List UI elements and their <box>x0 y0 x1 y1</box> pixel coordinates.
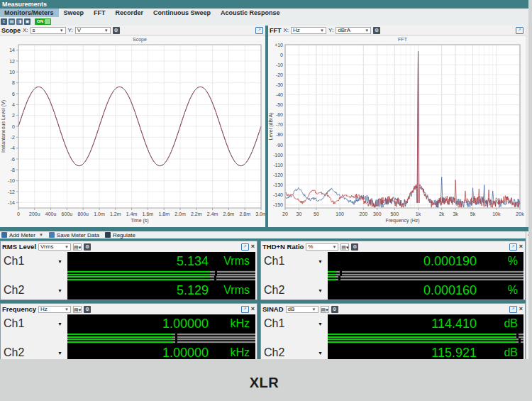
save-meter-data-icon <box>49 232 55 238</box>
on-toggle-label: ON <box>35 18 45 25</box>
meter-value: 114.410 <box>331 317 487 331</box>
svg-text:3k: 3k <box>453 212 458 216</box>
svg-text:3.0m: 3.0m <box>255 212 265 216</box>
meter-unit-dropdown[interactable]: Hz▼ <box>38 306 71 313</box>
chevron-down-icon: ▼ <box>318 288 323 293</box>
list-view-icon[interactable]: ≡ <box>1 18 7 25</box>
fft-y-label: Y: <box>328 27 333 33</box>
meters-scrollbar[interactable]: ▲ <box>526 231 528 359</box>
svg-text:1k: 1k <box>416 212 421 216</box>
fft-panel-header: FFT X: Hz▼ Y: dBrA▼ ⚙ ↗ <box>268 26 526 35</box>
meter-display: 0.000190% <box>328 252 523 270</box>
tab-recorder[interactable]: Recorder <box>111 9 149 17</box>
meter-value-unit: dB <box>487 346 518 359</box>
svg-text:-40: -40 <box>276 92 283 97</box>
meter-settings-gear-icon[interactable]: ⚙ <box>351 243 358 251</box>
svg-text:-8: -8 <box>11 167 15 172</box>
meter-display: 115.921dB <box>328 344 523 359</box>
scope-y-unit-dropdown[interactable]: V▼ <box>75 27 111 34</box>
svg-text:0: 0 <box>17 212 20 216</box>
svg-text:200u: 200u <box>29 212 40 216</box>
channel-selector[interactable]: Ch2▼ <box>261 344 328 359</box>
close-icon[interactable]: × <box>251 306 255 312</box>
meter-unit-dropdown[interactable]: Vrms▼ <box>38 243 71 251</box>
svg-text:-100: -100 <box>273 153 283 158</box>
svg-text:-2: -2 <box>11 135 15 140</box>
svg-text:FFT: FFT <box>398 37 408 42</box>
add-meter-button[interactable]: Add Meter ▼ <box>1 232 43 238</box>
meter-panel-thdn-ratio: THD+N Ratio %▼ ▤▾ ⚙ ↗ × Ch1▼ 0.000190% <box>260 241 526 300</box>
chevron-down-icon: ▼ <box>65 307 69 312</box>
close-icon[interactable]: × <box>251 243 255 250</box>
generator-on-toggle[interactable]: ON <box>35 18 51 25</box>
meter-header: THD+N Ratio %▼ ▤▾ ⚙ ↗ × <box>261 241 525 252</box>
channel-selector[interactable]: Ch2▼ <box>1 344 67 359</box>
meter-value: 0.000160 <box>331 283 487 298</box>
meter-value: 5.134 <box>70 254 218 269</box>
channel-label: Ch1 <box>264 255 284 268</box>
fft-settings-gear-icon[interactable]: ⚙ <box>373 27 380 34</box>
channel-selector[interactable]: Ch1▼ <box>261 252 328 270</box>
channel-row: Ch1▼ 1.00000kHz <box>1 314 257 333</box>
svg-text:-4: -4 <box>11 145 15 150</box>
tab-fft[interactable]: FFT <box>89 9 111 17</box>
chevron-down-icon: ▼ <box>57 351 62 356</box>
save-meter-data-button[interactable]: Save Meter Data <box>49 232 99 238</box>
meter-settings-gear-icon[interactable]: ⚙ <box>331 306 338 313</box>
channel-selector[interactable]: Ch2▼ <box>1 281 67 300</box>
channel-label: Ch2 <box>4 284 24 297</box>
meter-popout-icon[interactable]: ↗ <box>509 243 517 251</box>
scope-x-label: X: <box>23 27 28 33</box>
channel-selector[interactable]: Ch1▼ <box>261 314 328 333</box>
fft-y-unit-dropdown[interactable]: dBrA▼ <box>336 27 371 34</box>
regulate-label: Regulate <box>113 232 135 238</box>
meter-popout-icon[interactable]: ↗ <box>241 306 249 313</box>
svg-text:30: 30 <box>297 212 302 216</box>
scope-popout-icon[interactable]: ↗ <box>255 27 263 34</box>
tab-monitors-meters[interactable]: Monitors/Meters <box>0 9 59 17</box>
svg-text:2: 2 <box>12 113 15 118</box>
layout-icon[interactable]: ◨ <box>16 18 23 25</box>
display-mode-icon[interactable]: ▤▾ <box>73 243 82 251</box>
meter-popout-icon[interactable]: ↗ <box>509 306 517 313</box>
meter-settings-gear-icon[interactable]: ⚙ <box>84 243 91 251</box>
display-mode-icon[interactable]: ▤▾ <box>340 243 349 251</box>
close-icon[interactable]: × <box>519 243 523 250</box>
channel-selector[interactable]: Ch1▼ <box>1 314 67 333</box>
monitor-icon[interactable]: ▣ <box>24 18 31 25</box>
svg-text:-12: -12 <box>8 189 15 194</box>
fft-x-unit-dropdown[interactable]: Hz▼ <box>291 27 326 34</box>
meter-value: 0.000190 <box>331 254 487 269</box>
channel-row: Ch1▼ 5.134Vrms <box>1 252 257 270</box>
channel-selector[interactable]: Ch1▼ <box>1 252 67 270</box>
display-mode-icon[interactable]: ▤▾ <box>321 306 329 313</box>
meter-title: RMS Level <box>2 243 36 251</box>
channel-selector[interactable]: Ch2▼ <box>261 281 328 300</box>
scope-x-unit-dropdown[interactable]: s▼ <box>31 27 66 34</box>
meter-settings-gear-icon[interactable]: ⚙ <box>84 306 91 313</box>
fft-popout-icon[interactable]: ↗ <box>516 27 523 34</box>
tab-sweep[interactable]: Sweep <box>59 9 89 17</box>
bar-meter <box>67 270 255 281</box>
svg-text:1.8m: 1.8m <box>158 212 170 216</box>
grid-view-icon[interactable]: ▤ <box>9 18 15 25</box>
close-icon[interactable]: × <box>519 306 523 312</box>
bar-meter <box>328 333 523 344</box>
meter-unit-dropdown[interactable]: dB▼ <box>286 306 318 313</box>
scroll-up-icon[interactable]: ▲ <box>526 231 528 237</box>
display-mode-icon[interactable]: ▤▾ <box>73 306 82 313</box>
meter-unit-dropdown[interactable]: %▼ <box>306 243 338 251</box>
bar-meter <box>67 333 255 344</box>
svg-text:2.0m: 2.0m <box>174 212 186 216</box>
channel-label: Ch2 <box>4 346 24 359</box>
svg-text:2k: 2k <box>439 212 445 216</box>
svg-text:50: 50 <box>314 212 319 216</box>
scope-settings-gear-icon[interactable]: ⚙ <box>113 27 120 34</box>
svg-text:14: 14 <box>9 48 15 53</box>
tab-continuous-sweep[interactable]: Continuous Sweep <box>148 9 216 17</box>
regulate-button[interactable]: Regulate <box>105 232 135 238</box>
chevron-down-icon: ▼ <box>39 233 43 237</box>
meter-popout-icon[interactable]: ↗ <box>241 243 249 251</box>
svg-text:1.4m: 1.4m <box>126 212 138 216</box>
tab-acoustic-response[interactable]: Acoustic Response <box>216 9 285 17</box>
